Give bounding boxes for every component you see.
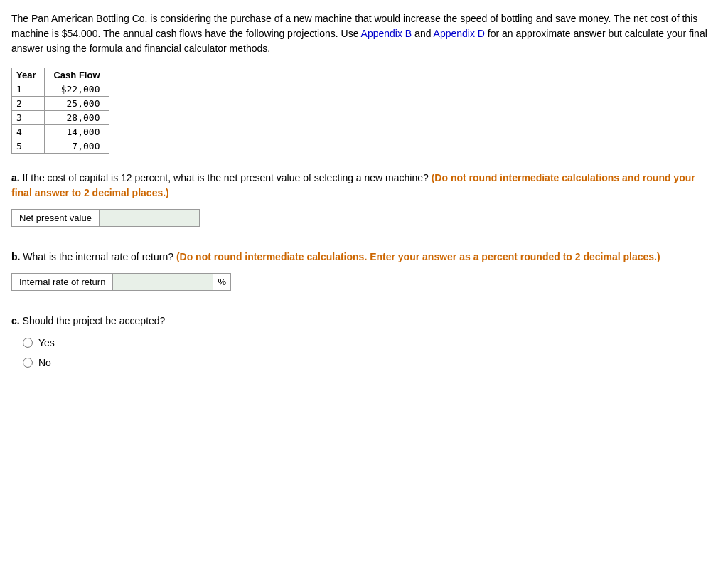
radio-no[interactable] [23, 358, 33, 368]
table-cell-year: 1 [12, 82, 45, 97]
appendix-b-link[interactable]: Appendix B [361, 28, 412, 39]
section-b: b. What is the internal rate of return? … [11, 250, 717, 291]
irr-label: Internal rate of return [12, 274, 113, 290]
table-cell-year: 4 [12, 125, 45, 139]
radio-yes-label: Yes [38, 337, 55, 348]
table-cell-year: 5 [12, 139, 45, 154]
table-row: 1$22,000 [12, 82, 109, 97]
section-b-text: What is the internal rate of return? [20, 251, 176, 262]
cash-flow-table: Year Cash Flow 1$22,000225,000328,000414… [11, 68, 109, 154]
section-a-question: a. If the cost of capital is 12 percent,… [11, 171, 717, 201]
appendix-d-link[interactable]: Appendix D [434, 28, 485, 39]
intro-paragraph: The Pan American Bottling Co. is conside… [11, 11, 717, 56]
page-container: The Pan American Bottling Co. is conside… [11, 11, 717, 368]
section-a: a. If the cost of capital is 12 percent,… [11, 171, 717, 227]
section-c-label: c. [11, 315, 20, 326]
section-b-label: b. [11, 251, 20, 262]
table-cell-cashflow: $22,000 [45, 82, 109, 97]
irr-unit: % [213, 274, 230, 290]
section-c-radio-group: Yes No [23, 337, 717, 368]
table-row: 328,000 [12, 111, 109, 125]
table-cell-cashflow: 25,000 [45, 97, 109, 111]
table-cell-year: 3 [12, 111, 45, 125]
section-c: c. Should the project be accepted? Yes N… [11, 314, 717, 368]
table-cell-year: 2 [12, 97, 45, 111]
table-row: 57,000 [12, 139, 109, 154]
radio-yes-option[interactable]: Yes [23, 337, 717, 348]
radio-no-label: No [38, 357, 51, 368]
intro-text-2: and [412, 28, 433, 39]
section-a-text: If the cost of capital is 12 percent, wh… [20, 172, 432, 183]
radio-yes[interactable] [23, 338, 33, 348]
section-b-question: b. What is the internal rate of return? … [11, 250, 717, 265]
section-a-answer-row: Net present value [11, 209, 200, 227]
table-cell-cashflow: 14,000 [45, 125, 109, 139]
npv-input[interactable] [100, 210, 199, 226]
section-c-text: Should the project be accepted? [20, 315, 166, 326]
table-cell-cashflow: 28,000 [45, 111, 109, 125]
section-c-question: c. Should the project be accepted? [11, 314, 717, 329]
section-b-answer-row: Internal rate of return % [11, 273, 231, 291]
table-header-cashflow: Cash Flow [45, 68, 109, 82]
radio-no-option[interactable]: No [23, 357, 717, 368]
table-row: 225,000 [12, 97, 109, 111]
section-a-label: a. [11, 172, 20, 183]
npv-label: Net present value [12, 210, 100, 226]
table-cell-cashflow: 7,000 [45, 139, 109, 154]
table-header-year: Year [12, 68, 45, 82]
irr-input[interactable] [113, 274, 213, 290]
table-row: 414,000 [12, 125, 109, 139]
section-b-emphasis: (Do not round intermediate calculations.… [176, 251, 660, 262]
